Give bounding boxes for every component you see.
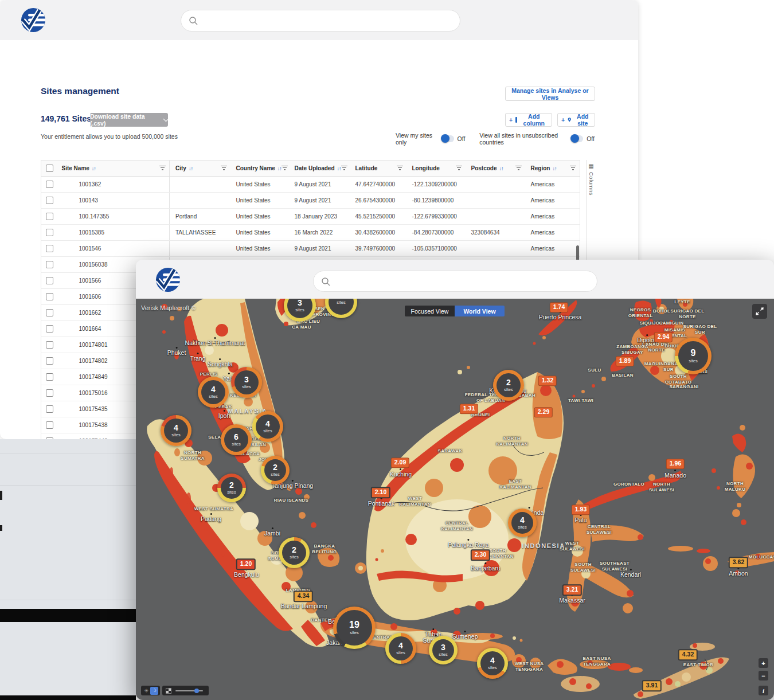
toggle-my-sites-switch[interactable]	[441, 135, 454, 142]
filter-icon[interactable]	[456, 166, 462, 171]
row-checkbox[interactable]	[46, 293, 53, 300]
add-column-button[interactable]: + Add column	[505, 113, 552, 127]
map-search-input[interactable]	[313, 271, 597, 292]
site-cluster[interactable]: 4sites	[161, 415, 191, 446]
row-checkbox[interactable]	[46, 389, 53, 397]
select-all-checkbox[interactable]	[46, 165, 53, 172]
focused-view-button[interactable]: Focused View	[405, 306, 455, 316]
filter-icon[interactable]	[570, 166, 576, 171]
risk-score-badge[interactable]: 1.96	[666, 459, 685, 469]
site-cluster[interactable]: 4sites	[508, 509, 537, 537]
site-cluster[interactable]: 2sites	[279, 537, 310, 568]
row-checkbox[interactable]	[46, 341, 53, 349]
map-window: MALAYSIAINDONESIABEN TRE PROVINCEBAC LIE…	[136, 260, 774, 700]
filter-icon[interactable]	[282, 166, 288, 171]
risk-score-badge[interactable]: 2.94	[654, 332, 673, 342]
row-checkbox[interactable]	[46, 213, 53, 220]
column-header-country-name[interactable]: Country Name↓↑	[230, 161, 289, 177]
fullscreen-toggle-button[interactable]	[752, 304, 767, 319]
column-header-site-name[interactable]: Site Name↓↑	[56, 161, 170, 177]
risk-score-badge[interactable]: 1.89	[616, 356, 634, 366]
risk-score-badge[interactable]: 3.62	[729, 557, 748, 568]
cell-site-name: 10015385	[56, 225, 170, 241]
risk-score-badge[interactable]: 1.74	[550, 302, 568, 312]
row-checkbox[interactable]	[46, 309, 53, 316]
opacity-slider[interactable]	[175, 690, 203, 691]
risk-score-badge[interactable]: 1.93	[572, 505, 590, 515]
map-label-province: SARANGANI	[669, 384, 698, 390]
column-label: City	[175, 165, 186, 171]
world-view-button[interactable]: World View	[455, 306, 505, 316]
filter-icon[interactable]	[397, 166, 403, 171]
site-cluster[interactable]: 2sites	[493, 370, 524, 401]
site-cluster[interactable]: 4sites	[198, 377, 229, 408]
download-site-data-button[interactable]: Download site data (.csv)	[90, 113, 168, 127]
row-checkbox[interactable]	[46, 245, 53, 252]
column-header-city[interactable]: City↓↑	[170, 161, 230, 177]
site-cluster[interactable]: 2sites	[217, 474, 246, 502]
column-header-postcode[interactable]: Postcode↓↑	[466, 161, 525, 177]
risk-score-badge[interactable]: 2.29	[534, 407, 553, 417]
global-search-input[interactable]	[181, 10, 460, 32]
row-checkbox[interactable]	[46, 229, 53, 236]
manage-sites-button[interactable]: Manage sites in Analyse or Views	[505, 87, 595, 101]
site-cluster[interactable]: 9sites	[675, 338, 712, 374]
row-checkbox[interactable]	[46, 421, 53, 429]
map-canvas[interactable]: MALAYSIAINDONESIABEN TRE PROVINCEBAC LIE…	[136, 299, 774, 700]
column-header-latitude[interactable]: Latitude	[350, 161, 406, 177]
row-checkbox[interactable]	[46, 197, 53, 204]
risk-score-badge[interactable]: 1.32	[538, 376, 557, 386]
column-label: Country Name	[236, 165, 275, 171]
light-mode-icon[interactable]: ☀	[144, 688, 148, 694]
site-cluster[interactable]: 2sites	[261, 456, 290, 484]
sort-icon[interactable]: ↓↑	[337, 166, 341, 171]
add-site-button[interactable]: + Add site	[557, 113, 595, 127]
column-header-longitude[interactable]: Longitude	[406, 161, 466, 177]
risk-score-badge[interactable]: 1.31	[460, 404, 478, 414]
sort-icon[interactable]: ↓↑	[552, 166, 556, 171]
cell-region: Americas	[525, 225, 580, 241]
site-cluster[interactable]: sites	[325, 299, 357, 318]
risk-score-badge[interactable]: 2.10	[371, 487, 390, 498]
filter-icon[interactable]	[159, 166, 166, 171]
row-checkbox[interactable]	[46, 181, 53, 188]
risk-score-badge[interactable]: 1.20	[236, 558, 256, 570]
sort-icon[interactable]: ↓↑	[92, 166, 96, 171]
sort-icon[interactable]: ↓↑	[277, 166, 282, 171]
row-checkbox[interactable]	[46, 261, 53, 268]
cluster-count: 4sites	[201, 380, 225, 404]
risk-score-badge[interactable]: 3.91	[642, 680, 662, 691]
risk-score-badge[interactable]: 2.30	[471, 549, 490, 561]
cell-postcode	[466, 209, 525, 225]
toggle-unsubscribed-switch[interactable]	[571, 135, 583, 142]
site-cluster[interactable]: 4sites	[477, 648, 508, 679]
risk-score-badge[interactable]: 4.32	[678, 649, 698, 660]
column-header-region[interactable]: Region↓↑	[525, 161, 580, 177]
site-cluster[interactable]: 4sites	[385, 633, 416, 664]
filter-icon[interactable]	[515, 166, 522, 171]
zoom-in-button[interactable]: +	[759, 658, 768, 668]
site-cluster[interactable]: 3sites	[429, 636, 458, 664]
site-cluster[interactable]: 6sites	[221, 424, 252, 455]
site-cluster[interactable]: 3sites	[284, 299, 316, 322]
site-cluster[interactable]: 19sites	[333, 607, 376, 649]
column-header-date-uploaded[interactable]: Date Uploaded↓↑	[289, 161, 350, 177]
view-toggles-row: View my sites only Off View all sites in…	[396, 132, 595, 146]
map-info-button[interactable]: i	[759, 686, 768, 695]
sort-icon[interactable]: ↓↑	[189, 166, 193, 171]
risk-score-badge[interactable]: 4.34	[294, 590, 313, 602]
dark-mode-icon[interactable]: ☽	[150, 687, 158, 695]
row-checkbox[interactable]	[46, 373, 53, 381]
site-cluster[interactable]: 3sites	[231, 367, 262, 398]
row-checkbox[interactable]	[46, 405, 53, 413]
sort-icon[interactable]: ↓↑	[499, 166, 503, 171]
row-checkbox[interactable]	[46, 277, 53, 284]
row-checkbox[interactable]	[46, 357, 53, 365]
risk-score-badge[interactable]: 2.09	[391, 457, 409, 468]
risk-score-badge[interactable]: 3.21	[562, 584, 582, 596]
zoom-out-button[interactable]: −	[759, 671, 768, 681]
site-cluster[interactable]: 4sites	[252, 411, 283, 442]
filter-icon[interactable]	[221, 166, 227, 171]
filter-icon[interactable]	[341, 166, 347, 171]
row-checkbox[interactable]	[46, 325, 53, 333]
